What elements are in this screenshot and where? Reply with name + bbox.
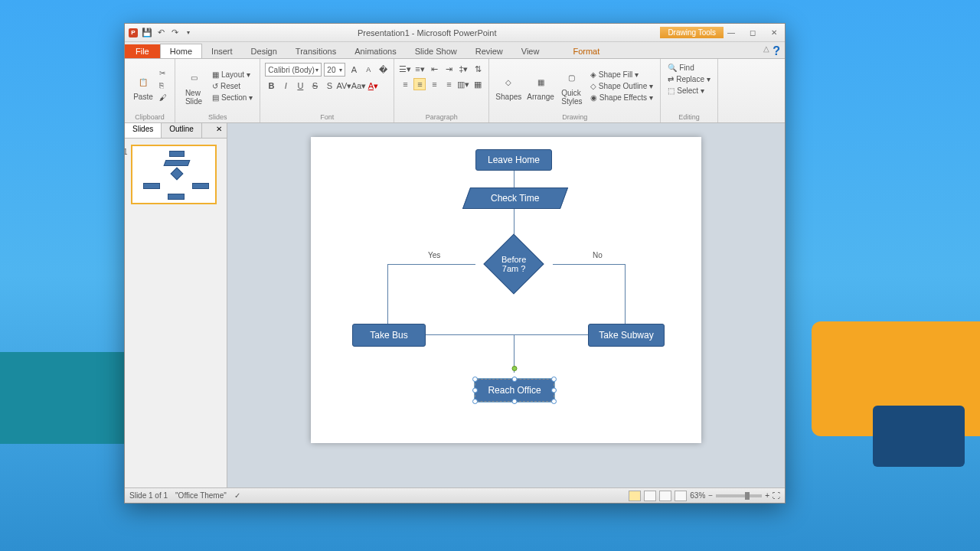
tab-format[interactable]: Format [564, 44, 609, 58]
resize-handle[interactable] [472, 377, 478, 382]
tab-animations[interactable]: Animations [345, 44, 405, 58]
paste-button[interactable]: 📋 Paste [129, 60, 157, 112]
slideshow-view-button[interactable] [675, 491, 687, 501]
numbering-button[interactable]: ≡▾ [413, 63, 426, 75]
section-button[interactable]: ▤ Section ▾ [210, 93, 255, 103]
resize-handle[interactable] [551, 388, 557, 393]
quick-styles-button[interactable]: ▢Quick Styles [558, 60, 586, 112]
resize-handle[interactable] [551, 399, 557, 404]
minimize-button[interactable]: — [724, 28, 739, 38]
slide-thumbnail[interactable]: 1 [131, 145, 217, 204]
underline-button[interactable]: U [294, 80, 306, 92]
justify-button[interactable]: ≡ [443, 78, 455, 90]
fit-to-window-button[interactable]: ⛶ [773, 491, 780, 500]
grow-font-icon[interactable]: A [348, 64, 360, 76]
spellcheck-icon[interactable]: ✓ [234, 491, 240, 500]
align-right-button[interactable]: ≡ [428, 78, 440, 90]
smartart-button[interactable]: ▦ [472, 78, 484, 90]
tab-slideshow[interactable]: Slide Show [406, 44, 466, 58]
connector[interactable] [514, 209, 514, 236]
zoom-in-button[interactable]: + [765, 491, 769, 500]
panel-close-icon[interactable]: ✕ [211, 123, 227, 138]
zoom-out-button[interactable]: − [708, 491, 713, 500]
slides-panel-tab[interactable]: Slides [125, 123, 162, 138]
tab-insert[interactable]: Insert [202, 44, 242, 58]
font-name-combo[interactable]: Calibri (Body)▾ [265, 63, 322, 77]
connector[interactable] [625, 264, 626, 324]
help-icon[interactable]: ? [773, 44, 780, 58]
resize-handle[interactable] [512, 377, 518, 382]
resize-handle[interactable] [551, 377, 557, 382]
undo-icon[interactable]: ↶ [155, 28, 166, 38]
font-color-button[interactable]: A▾ [367, 80, 379, 92]
connector[interactable] [514, 169, 514, 187]
resize-handle[interactable] [472, 388, 478, 393]
resize-handle[interactable] [512, 399, 518, 404]
bullets-button[interactable]: ☰▾ [399, 63, 411, 75]
maximize-button[interactable]: ◻ [745, 28, 760, 38]
reading-view-button[interactable] [659, 491, 671, 501]
select-button[interactable]: ⬚ Select ▾ [665, 86, 713, 96]
shape-leave-home[interactable]: Leave Home [475, 149, 552, 171]
columns-button[interactable]: ▥▾ [457, 78, 469, 90]
qat-dropdown-icon[interactable]: ▾ [183, 28, 194, 38]
shape-reach-office[interactable]: Reach Office [475, 379, 554, 402]
text-direction-button[interactable]: ⇅ [472, 63, 484, 75]
change-case-button[interactable]: Aa▾ [352, 80, 364, 92]
bold-button[interactable]: B [265, 80, 277, 92]
connector[interactable] [387, 264, 388, 324]
tab-design[interactable]: Design [242, 44, 286, 58]
reset-button[interactable]: ↺ Reset [210, 81, 255, 91]
redo-icon[interactable]: ↷ [169, 28, 180, 38]
increase-indent-button[interactable]: ⇥ [443, 63, 455, 75]
zoom-slider-thumb[interactable] [745, 492, 750, 500]
connector[interactable] [553, 264, 626, 265]
close-button[interactable]: ✕ [766, 28, 782, 38]
shape-effects-button[interactable]: ◉ Shape Effects ▾ [588, 93, 655, 103]
shape-take-bus[interactable]: Take Bus [352, 324, 426, 347]
shapes-button[interactable]: ◇Shapes [494, 60, 523, 112]
minimize-ribbon-icon[interactable]: △ [763, 44, 769, 58]
outline-panel-tab[interactable]: Outline [162, 123, 202, 138]
rotate-handle[interactable] [512, 366, 518, 371]
line-spacing-button[interactable]: ‡▾ [457, 63, 469, 75]
copy-icon[interactable]: ⎘ [159, 81, 170, 92]
arrange-button[interactable]: ▦Arrange [525, 60, 556, 112]
save-icon[interactable]: 💾 [142, 28, 152, 38]
tab-transitions[interactable]: Transitions [286, 44, 345, 58]
connector[interactable] [514, 334, 589, 335]
shape-take-subway[interactable]: Take Subway [588, 324, 665, 347]
tab-home[interactable]: Home [160, 44, 202, 58]
cut-icon[interactable]: ✂ [159, 69, 170, 80]
replace-button[interactable]: ⇄ Replace ▾ [665, 74, 713, 84]
tab-review[interactable]: Review [466, 44, 512, 58]
find-button[interactable]: 🔍 Find [665, 63, 713, 73]
shape-check-time[interactable]: Check Time [462, 187, 568, 209]
format-painter-icon[interactable]: 🖌 [159, 93, 170, 104]
normal-view-button[interactable] [629, 491, 641, 501]
clear-formatting-icon[interactable]: � [377, 64, 389, 76]
resize-handle[interactable] [472, 399, 478, 404]
shadow-button[interactable]: S [323, 80, 335, 92]
slide-canvas[interactable]: Leave Home Check Time Before 7am ? Yes N… [311, 137, 701, 443]
font-size-combo[interactable]: 20▾ [324, 63, 345, 77]
char-spacing-button[interactable]: AV▾ [338, 80, 350, 92]
connector[interactable] [387, 264, 475, 265]
tab-view[interactable]: View [512, 44, 549, 58]
decrease-indent-button[interactable]: ⇤ [428, 63, 440, 75]
sorter-view-button[interactable] [644, 491, 656, 501]
shape-decision[interactable]: Before 7am ? [483, 233, 544, 294]
strikethrough-button[interactable]: S [309, 80, 321, 92]
align-center-button[interactable]: ≡ [413, 78, 426, 90]
slide-area[interactable]: Leave Home Check Time Before 7am ? Yes N… [227, 123, 785, 487]
align-left-button[interactable]: ≡ [399, 78, 411, 90]
connector[interactable] [424, 334, 514, 335]
italic-button[interactable]: I [279, 80, 292, 92]
zoom-slider[interactable] [716, 494, 762, 497]
shrink-font-icon[interactable]: A [362, 64, 374, 76]
layout-button[interactable]: ▦ Layout ▾ [210, 70, 255, 80]
shape-fill-button[interactable]: ◈ Shape Fill ▾ [588, 70, 655, 80]
new-slide-button[interactable]: ▭ New Slide [180, 60, 207, 112]
tab-file[interactable]: File [125, 44, 160, 58]
shape-outline-button[interactable]: ◇ Shape Outline ▾ [588, 81, 655, 91]
